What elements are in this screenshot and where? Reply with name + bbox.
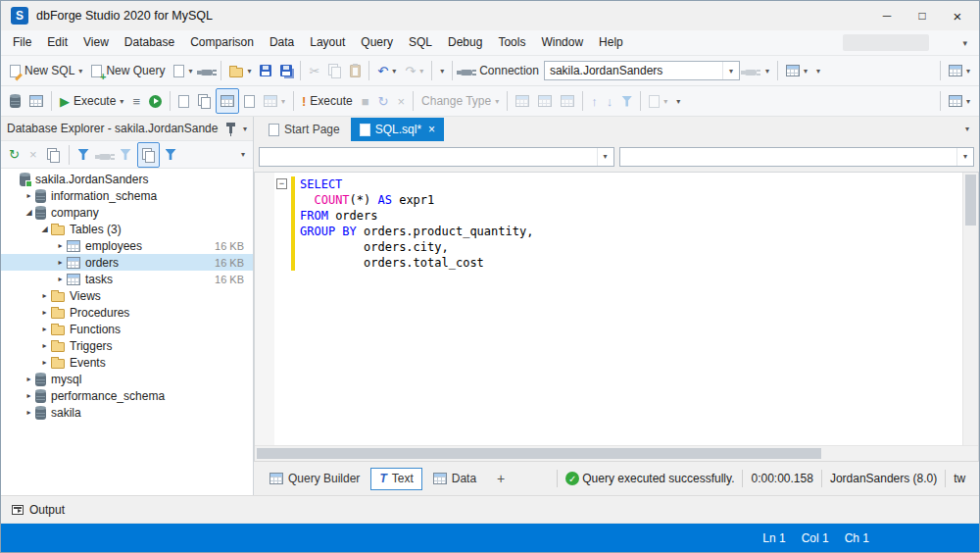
- chevron-down-icon[interactable]: ▾: [966, 67, 970, 75]
- object-filter-button[interactable]: [162, 143, 180, 167]
- horizontal-scrollbar[interactable]: [255, 445, 978, 461]
- minimize-button[interactable]: ─: [869, 3, 905, 28]
- chevron-down-icon[interactable]: ▾: [188, 67, 192, 75]
- menu-layout[interactable]: Layout: [302, 32, 353, 53]
- stop-button[interactable]: ■: [358, 89, 373, 113]
- tree-item-triggers[interactable]: ▸Triggers: [1, 337, 253, 354]
- chevron-down-icon[interactable]: ▾: [804, 67, 808, 75]
- pin-results-button[interactable]: [240, 89, 259, 113]
- vertical-scrollbar-thumb[interactable]: [965, 175, 976, 226]
- expander-collapsed-icon[interactable]: ▸: [38, 308, 51, 317]
- menu-sql[interactable]: SQL: [401, 32, 440, 53]
- execution-plan-button[interactable]: ≡: [128, 89, 144, 113]
- text-tab[interactable]: T Text: [370, 468, 421, 490]
- duplicate-object-button[interactable]: [43, 143, 64, 167]
- close-tab-icon[interactable]: ×: [428, 123, 435, 136]
- filter-remove-button[interactable]: [117, 143, 135, 167]
- query-builder-tab[interactable]: Query Builder: [262, 468, 368, 490]
- output-panel-bar[interactable]: Output: [1, 495, 979, 524]
- connection-filter-button[interactable]: [95, 143, 115, 167]
- connection-overflow-button[interactable]: ▾: [761, 59, 773, 82]
- editor-body[interactable]: − SELECT COUNT(*) AS expr1FROM ordersGRO…: [255, 173, 978, 445]
- view-options-button[interactable]: ▾: [260, 89, 289, 113]
- tree-item-procedures[interactable]: ▸Procedures: [1, 304, 253, 321]
- menu-edit[interactable]: Edit: [39, 32, 75, 53]
- menu-comparison[interactable]: Comparison: [182, 32, 262, 53]
- new-document-button[interactable]: ▾: [170, 59, 196, 82]
- chevron-down-icon[interactable]: ▾: [120, 97, 123, 106]
- tree-item-views[interactable]: ▸Views: [1, 287, 253, 304]
- menu-debug[interactable]: Debug: [440, 32, 490, 53]
- expander-collapsed-icon[interactable]: ▸: [38, 325, 51, 333]
- chevron-down-icon[interactable]: ▾: [495, 97, 499, 106]
- chevron-down-icon[interactable]: ▾: [966, 97, 970, 106]
- copy-button[interactable]: [324, 59, 345, 82]
- sort-descending-button[interactable]: ↓: [603, 89, 617, 113]
- explorer-overflow-button[interactable]: ▾: [237, 143, 249, 167]
- tree-item-employees[interactable]: ▸employees16 KB: [1, 237, 253, 254]
- toolbar-overflow-button[interactable]: ▾: [436, 59, 448, 82]
- new-query-button[interactable]: New Query: [87, 59, 169, 82]
- expander-collapsed-icon[interactable]: ▸: [54, 241, 67, 250]
- close-button[interactable]: ×: [940, 3, 975, 28]
- chevron-down-icon[interactable]: ▾: [597, 148, 613, 166]
- code-line-5[interactable]: orders.city,: [300, 239, 962, 255]
- menu-tools[interactable]: Tools: [490, 32, 533, 53]
- menu-window[interactable]: Window: [533, 32, 591, 53]
- chevron-down-icon[interactable]: ▾: [419, 67, 423, 75]
- chevron-down-icon[interactable]: ▾: [722, 62, 739, 79]
- window-menu-icon[interactable]: ▾: [243, 125, 247, 133]
- menu-data[interactable]: Data: [262, 32, 302, 53]
- expander-collapsed-icon[interactable]: ▸: [54, 258, 67, 267]
- refresh-button[interactable]: ↻: [374, 89, 393, 113]
- expander-collapsed-icon[interactable]: ▸: [38, 358, 51, 367]
- redo-button[interactable]: ↷ ▾: [401, 59, 427, 82]
- results-layout-button[interactable]: [194, 89, 215, 113]
- grid-view-button[interactable]: ▾: [945, 89, 974, 113]
- expander-collapsed-icon[interactable]: ▸: [23, 391, 35, 400]
- chevron-down-icon[interactable]: ▾: [281, 97, 285, 106]
- code-line-4[interactable]: GROUP BY orders.product_quantity,: [300, 224, 962, 239]
- tab-sql-document[interactable]: SQL.sql* ×: [351, 118, 444, 141]
- code-line-6[interactable]: orders.total_cost: [300, 255, 962, 271]
- save-all-button[interactable]: [276, 59, 296, 82]
- execute-button[interactable]: ▶ Execute ▾: [56, 89, 127, 113]
- horizontal-scrollbar-thumb[interactable]: [257, 448, 821, 459]
- menu-help[interactable]: Help: [591, 32, 631, 53]
- pin-icon[interactable]: [229, 126, 232, 133]
- edit-row-button[interactable]: [534, 89, 556, 113]
- object-combo[interactable]: ▾: [619, 147, 975, 167]
- continue-button[interactable]: [145, 89, 166, 113]
- menu-file[interactable]: File: [5, 32, 39, 53]
- change-type-dropdown[interactable]: Change Type ▾: [417, 89, 503, 113]
- connection-icon-button[interactable]: [457, 59, 476, 82]
- tree-item-mysql[interactable]: ▸mysql: [1, 371, 253, 387]
- new-sql-button[interactable]: New SQL ▾: [6, 59, 86, 82]
- filter-add-button[interactable]: [74, 143, 93, 167]
- maximize-button[interactable]: □: [905, 3, 940, 28]
- data-tab[interactable]: Data: [425, 468, 484, 490]
- code-line-1[interactable]: SELECT: [300, 176, 962, 192]
- stop-refresh-button[interactable]: ×: [25, 143, 41, 167]
- database-combo[interactable]: ▾: [259, 147, 614, 167]
- add-view-button[interactable]: +: [487, 468, 514, 490]
- vertical-scrollbar[interactable]: [962, 173, 978, 445]
- sort-ascending-button[interactable]: ↑: [587, 89, 602, 113]
- tree-item-tasks[interactable]: ▸tasks16 KB: [1, 271, 253, 287]
- table-tools-button[interactable]: ▾: [782, 59, 811, 82]
- sql-editor-view-button[interactable]: [174, 89, 193, 113]
- tree-item-sakila[interactable]: ▸sakila: [1, 404, 253, 421]
- paste-button[interactable]: [346, 59, 365, 82]
- menu-view[interactable]: View: [75, 32, 117, 53]
- add-row-button[interactable]: [512, 89, 533, 113]
- expander-collapsed-icon[interactable]: ▸: [38, 291, 51, 300]
- code-line-2[interactable]: COUNT(*) AS expr1: [300, 192, 962, 208]
- tree-item-tables-3[interactable]: ◢Tables (3): [1, 221, 253, 237]
- menu-database[interactable]: Database: [117, 32, 182, 53]
- chevron-down-icon[interactable]: ▾: [663, 97, 667, 106]
- delete-row-button[interactable]: [557, 89, 578, 113]
- database-script-button[interactable]: [6, 89, 24, 113]
- expander-collapsed-icon[interactable]: ▸: [38, 341, 51, 350]
- chevron-down-icon[interactable]: ▾: [956, 148, 973, 166]
- filter-button[interactable]: [617, 89, 636, 113]
